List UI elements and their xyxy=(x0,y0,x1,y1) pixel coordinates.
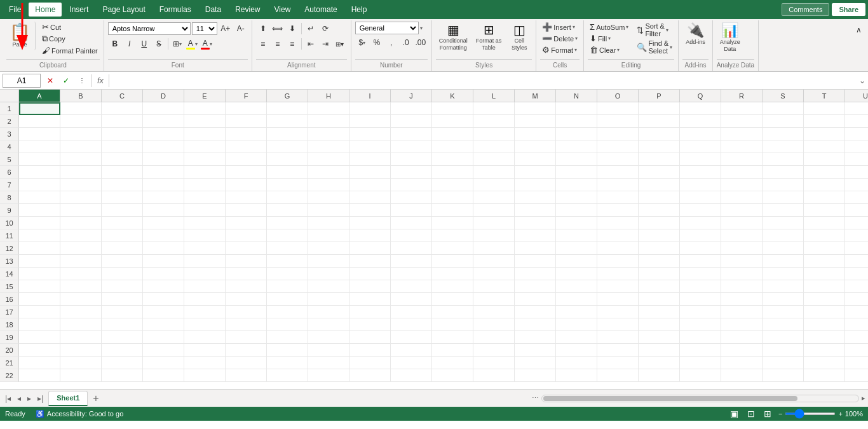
cell-U8[interactable] xyxy=(845,191,868,204)
cell-S18[interactable] xyxy=(763,318,804,331)
col-header-S[interactable]: S xyxy=(763,90,804,102)
cell-G15[interactable] xyxy=(267,280,308,293)
cell-S16[interactable] xyxy=(763,293,804,306)
cell-U13[interactable] xyxy=(845,255,868,268)
cell-N20[interactable] xyxy=(556,344,597,357)
cell-N2[interactable] xyxy=(556,115,597,128)
cell-U11[interactable] xyxy=(845,229,868,242)
cell-M19[interactable] xyxy=(515,331,556,344)
cell-G21[interactable] xyxy=(267,357,308,369)
cell-Q13[interactable] xyxy=(680,255,721,268)
formula-expand-button[interactable]: ⌄ xyxy=(859,76,865,85)
cell-P18[interactable] xyxy=(639,318,680,331)
cell-I4[interactable] xyxy=(349,140,391,153)
cell-J3[interactable] xyxy=(391,128,432,140)
cell-J14[interactable] xyxy=(391,268,432,280)
cell-U12[interactable] xyxy=(845,242,868,255)
cell-F7[interactable] xyxy=(226,179,267,191)
cell-I10[interactable] xyxy=(349,217,391,229)
cell-M17[interactable] xyxy=(515,306,556,318)
cell-M4[interactable] xyxy=(515,140,556,153)
cell-K20[interactable] xyxy=(432,344,473,357)
cell-D5[interactable] xyxy=(143,153,184,166)
accounting-button[interactable]: $▾ xyxy=(355,36,369,50)
col-header-Q[interactable]: Q xyxy=(680,90,721,102)
cell-R16[interactable] xyxy=(721,293,763,306)
cell-N22[interactable] xyxy=(556,369,597,382)
cell-P20[interactable] xyxy=(639,344,680,357)
cell-N9[interactable] xyxy=(556,204,597,217)
cell-E22[interactable] xyxy=(184,369,226,382)
cell-K6[interactable] xyxy=(432,166,473,179)
cell-I7[interactable] xyxy=(349,179,391,191)
cell-G14[interactable] xyxy=(267,268,308,280)
cell-L5[interactable] xyxy=(473,153,515,166)
cell-H6[interactable] xyxy=(308,166,349,179)
row-number-12[interactable]: 12 xyxy=(0,242,19,255)
cell-L7[interactable] xyxy=(473,179,515,191)
cell-C18[interactable] xyxy=(102,318,143,331)
cell-B18[interactable] xyxy=(60,318,102,331)
cell-K11[interactable] xyxy=(432,229,473,242)
cell-L13[interactable] xyxy=(473,255,515,268)
row-number-20[interactable]: 20 xyxy=(0,344,19,357)
cell-I15[interactable] xyxy=(349,280,391,293)
cell-A20[interactable] xyxy=(19,344,60,357)
cell-H7[interactable] xyxy=(308,179,349,191)
cell-B15[interactable] xyxy=(60,280,102,293)
cell-J22[interactable] xyxy=(391,369,432,382)
col-header-J[interactable]: J xyxy=(391,90,432,102)
cell-Q19[interactable] xyxy=(680,331,721,344)
cell-C12[interactable] xyxy=(102,242,143,255)
cell-H22[interactable] xyxy=(308,369,349,382)
cell-M14[interactable] xyxy=(515,268,556,280)
cell-N3[interactable] xyxy=(556,128,597,140)
cell-O5[interactable] xyxy=(597,153,639,166)
cell-F21[interactable] xyxy=(226,357,267,369)
cell-F18[interactable] xyxy=(226,318,267,331)
cell-O8[interactable] xyxy=(597,191,639,204)
cell-T19[interactable] xyxy=(804,331,845,344)
cell-S8[interactable] xyxy=(763,191,804,204)
cell-S7[interactable] xyxy=(763,179,804,191)
share-button[interactable]: Share xyxy=(832,3,865,16)
cell-T11[interactable] xyxy=(804,229,845,242)
cell-B12[interactable] xyxy=(60,242,102,255)
cell-I14[interactable] xyxy=(349,268,391,280)
cell-O17[interactable] xyxy=(597,306,639,318)
cell-T21[interactable] xyxy=(804,357,845,369)
cell-E8[interactable] xyxy=(184,191,226,204)
cell-U2[interactable] xyxy=(845,115,868,128)
cell-H3[interactable] xyxy=(308,128,349,140)
cell-J18[interactable] xyxy=(391,318,432,331)
zoom-out-button[interactable]: − xyxy=(778,410,782,418)
cell-N14[interactable] xyxy=(556,268,597,280)
cell-C5[interactable] xyxy=(102,153,143,166)
cell-N12[interactable] xyxy=(556,242,597,255)
cell-G7[interactable] xyxy=(267,179,308,191)
menu-home[interactable]: Home xyxy=(29,3,62,17)
wrap-text-button[interactable]: ↵ xyxy=(304,22,318,36)
cell-F13[interactable] xyxy=(226,255,267,268)
cell-C21[interactable] xyxy=(102,357,143,369)
cell-I12[interactable] xyxy=(349,242,391,255)
cell-J10[interactable] xyxy=(391,217,432,229)
cell-R11[interactable] xyxy=(721,229,763,242)
cell-U19[interactable] xyxy=(845,331,868,344)
menu-automate[interactable]: Automate xyxy=(298,3,343,17)
comments-button[interactable]: Comments xyxy=(782,3,829,16)
font-size-select[interactable]: 11 xyxy=(192,22,217,35)
cell-Q2[interactable] xyxy=(680,115,721,128)
cell-A14[interactable] xyxy=(19,268,60,280)
cell-O14[interactable] xyxy=(597,268,639,280)
cell-F12[interactable] xyxy=(226,242,267,255)
cell-P22[interactable] xyxy=(639,369,680,382)
cell-L19[interactable] xyxy=(473,331,515,344)
col-header-M[interactable]: M xyxy=(515,90,556,102)
cell-M9[interactable] xyxy=(515,204,556,217)
cell-I20[interactable] xyxy=(349,344,391,357)
cell-O2[interactable] xyxy=(597,115,639,128)
cell-E5[interactable] xyxy=(184,153,226,166)
cell-D6[interactable] xyxy=(143,166,184,179)
cell-G2[interactable] xyxy=(267,115,308,128)
